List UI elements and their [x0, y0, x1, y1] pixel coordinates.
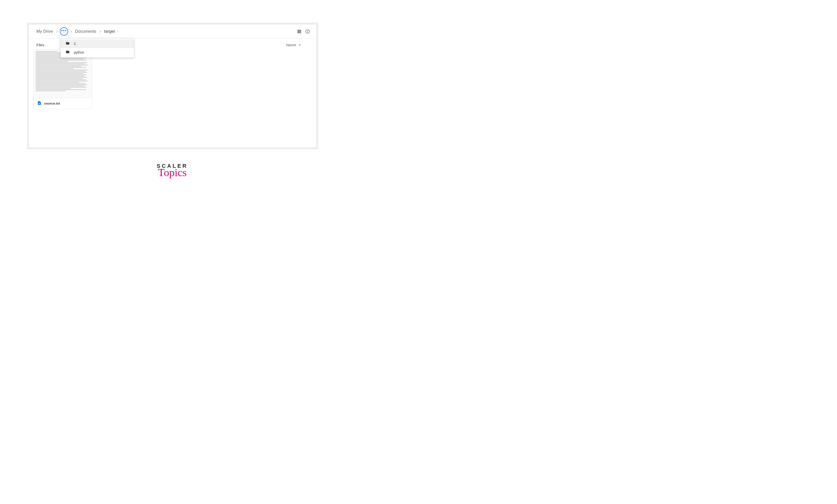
files-grid: source.txt [29, 50, 316, 109]
breadcrumb-current[interactable]: target [103, 28, 120, 35]
svg-rect-1 [298, 31, 301, 32]
document-icon [37, 101, 41, 107]
caret-down-icon [117, 29, 119, 34]
breadcrumb-folder-menu: C python [60, 38, 134, 57]
files-section-label: Files [36, 43, 44, 47]
breadcrumb-current-label: target [104, 29, 115, 34]
breadcrumb-overflow-button[interactable]: ••• [60, 27, 68, 36]
breadcrumb-documents[interactable]: Documents [74, 28, 97, 35]
list-view-button[interactable] [295, 27, 303, 36]
folder-menu-item-python[interactable]: python [60, 48, 134, 57]
logo-line2: Topics [157, 167, 188, 178]
breadcrumb: My Drive ••• Documents target [29, 24, 316, 38]
folder-menu-item-label: C [74, 42, 76, 46]
watermark-logo: SCALER Topics [157, 163, 188, 178]
info-icon [305, 29, 310, 34]
chevron-right-icon [68, 30, 74, 33]
svg-rect-0 [298, 30, 301, 31]
svg-rect-5 [307, 30, 308, 31]
drive-content: My Drive ••• Documents target [29, 24, 316, 147]
folder-menu-item-label: python [74, 50, 84, 54]
svg-rect-8 [39, 103, 40, 104]
drive-window: My Drive ••• Documents target [27, 23, 318, 149]
svg-rect-4 [307, 31, 308, 33]
folder-icon [66, 50, 70, 55]
details-button[interactable] [303, 27, 312, 36]
folder-menu-item-c[interactable]: C [60, 39, 134, 48]
svg-rect-2 [298, 32, 301, 33]
breadcrumb-root[interactable]: My Drive [35, 28, 54, 35]
file-name: source.txt [44, 102, 60, 105]
list-view-icon [297, 29, 302, 34]
sort-label: Name [286, 43, 296, 47]
chevron-right-icon [54, 30, 60, 33]
folder-icon [66, 41, 70, 46]
file-footer: source.txt [34, 98, 92, 109]
arrow-up-icon [298, 43, 302, 47]
sort-button[interactable]: Name [286, 43, 302, 47]
ellipsis-icon: ••• [61, 29, 67, 33]
file-card[interactable]: source.txt [34, 50, 92, 109]
chevron-right-icon [97, 30, 103, 33]
